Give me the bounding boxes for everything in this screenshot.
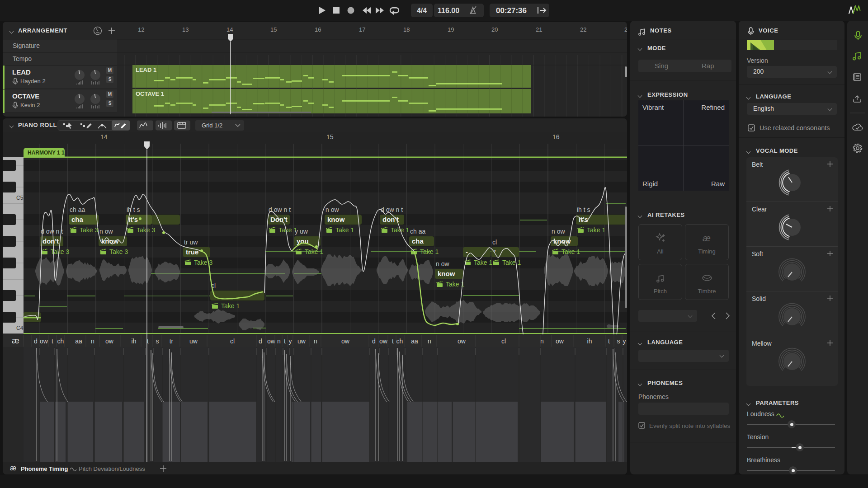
- svg-text:y: y: [623, 338, 626, 345]
- svg-text:LEAD 1: LEAD 1: [136, 66, 156, 73]
- svg-text:ow: ow: [267, 338, 276, 345]
- svg-text:14: 14: [100, 133, 108, 141]
- svg-text:n ow: n ow: [436, 260, 449, 267]
- svg-text:ch: ch: [396, 338, 403, 345]
- svg-text:Take 1: Take 1: [502, 259, 521, 266]
- svg-text:ih: ih: [132, 338, 137, 345]
- svg-text:æ: æ: [703, 233, 711, 243]
- svg-text:n: n: [314, 338, 317, 345]
- svg-text:n: n: [277, 338, 281, 345]
- svg-text:ow: ow: [341, 338, 350, 345]
- svg-text:it's: it's: [128, 216, 138, 223]
- svg-text:aa: aa: [411, 338, 418, 345]
- svg-text:ch aa: ch aa: [410, 228, 425, 235]
- svg-text:Take 1: Take 1: [221, 302, 240, 310]
- svg-text:t: t: [608, 338, 610, 345]
- svg-text:n: n: [428, 338, 431, 345]
- svg-text:21: 21: [536, 26, 542, 33]
- svg-text:n: n: [91, 338, 94, 345]
- svg-text:16: 16: [552, 133, 560, 141]
- svg-text:uw: uw: [189, 338, 198, 345]
- svg-text:it's: it's: [579, 216, 588, 223]
- svg-text:don't: don't: [42, 237, 59, 245]
- svg-text:Take 1: Take 1: [561, 248, 580, 255]
- svg-text:s: s: [156, 338, 159, 345]
- svg-text:Take 1: Take 1: [305, 248, 323, 255]
- svg-text:ow: ow: [458, 338, 466, 345]
- svg-text:14: 14: [226, 26, 233, 33]
- svg-text:OCTAVE 1: OCTAVE 1: [136, 90, 164, 97]
- svg-text:23: 23: [624, 26, 627, 33]
- svg-text:aa: aa: [75, 338, 82, 345]
- svg-text:cha: cha: [71, 216, 84, 223]
- svg-text:Take 3: Take 3: [194, 259, 212, 266]
- svg-text:y: y: [289, 338, 292, 345]
- svg-text:C4: C4: [16, 325, 24, 331]
- svg-text:cl: cl: [230, 338, 235, 345]
- svg-text:C5: C5: [16, 195, 24, 201]
- svg-text:uw: uw: [297, 338, 306, 345]
- svg-text:cha: cha: [412, 237, 424, 245]
- svg-text:22: 22: [580, 26, 586, 33]
- svg-text:4/4: 4/4: [417, 7, 427, 14]
- svg-text:d ow n t: d ow n t: [381, 206, 403, 213]
- svg-text:Take 1: Take 1: [391, 226, 409, 234]
- svg-text:00:27:36: 00:27:36: [496, 6, 527, 15]
- svg-text:Take 1: Take 1: [446, 281, 464, 288]
- svg-text:Take 1: Take 1: [587, 226, 605, 234]
- svg-text:know: know: [438, 270, 455, 277]
- svg-text:Take 1: Take 1: [474, 259, 492, 266]
- svg-text:15: 15: [326, 133, 334, 141]
- svg-text:d: d: [372, 338, 376, 345]
- svg-text:16: 16: [315, 26, 321, 33]
- svg-text:n ow: n ow: [326, 206, 339, 213]
- svg-text:ih: ih: [587, 338, 592, 345]
- svg-text:17: 17: [359, 26, 365, 33]
- svg-text:d ow n t: d ow n t: [41, 228, 63, 235]
- svg-text:tr uw: tr uw: [184, 239, 198, 246]
- svg-text:ow: ow: [40, 338, 48, 345]
- svg-text:s: s: [617, 338, 620, 345]
- svg-text:t: t: [52, 338, 53, 345]
- svg-text:12: 12: [138, 26, 144, 33]
- svg-text:d: d: [34, 338, 38, 345]
- svg-text:ch: ch: [57, 338, 64, 345]
- svg-text:116.00: 116.00: [438, 7, 459, 14]
- svg-text:d: d: [259, 338, 262, 345]
- svg-text:ow: ow: [556, 338, 564, 345]
- svg-text:tr: tr: [170, 338, 174, 345]
- svg-text:HARMONY 1 1: HARMONY 1 1: [28, 150, 65, 156]
- svg-text:ow: ow: [105, 338, 114, 345]
- svg-text:13: 13: [182, 26, 189, 33]
- svg-text:Don't: Don't: [270, 216, 288, 223]
- svg-text:ih t s: ih t s: [127, 206, 140, 213]
- svg-text:20: 20: [491, 26, 498, 33]
- svg-text:Grid 1/2: Grid 1/2: [202, 122, 222, 129]
- svg-text:Take 1: Take 1: [335, 226, 354, 234]
- svg-text:t: t: [392, 338, 394, 345]
- svg-text:cl: cl: [492, 239, 497, 246]
- svg-text:ih t s: ih t s: [577, 206, 590, 213]
- svg-text:ch aa: ch aa: [70, 206, 85, 213]
- svg-text:Take 3: Take 3: [109, 248, 128, 255]
- svg-text:15: 15: [270, 26, 277, 33]
- svg-text:18: 18: [403, 26, 410, 33]
- svg-text:d ow n t: d ow n t: [269, 206, 291, 213]
- svg-text:ow: ow: [379, 338, 388, 345]
- svg-text:cl: cl: [501, 338, 506, 345]
- svg-text:t: t: [284, 338, 286, 345]
- svg-text:y uw: y uw: [295, 228, 308, 235]
- svg-text:n ow: n ow: [99, 228, 113, 235]
- svg-text:æ: æ: [12, 336, 19, 345]
- svg-text:Take 3: Take 3: [137, 226, 155, 234]
- svg-text:know: know: [327, 216, 345, 223]
- svg-text:19: 19: [448, 26, 454, 33]
- svg-text:t: t: [147, 338, 149, 345]
- svg-text:Take 3: Take 3: [80, 226, 98, 234]
- svg-text:Take 1: Take 1: [420, 248, 439, 255]
- svg-text:-: -: [466, 248, 468, 256]
- svg-text:n ow: n ow: [552, 228, 565, 235]
